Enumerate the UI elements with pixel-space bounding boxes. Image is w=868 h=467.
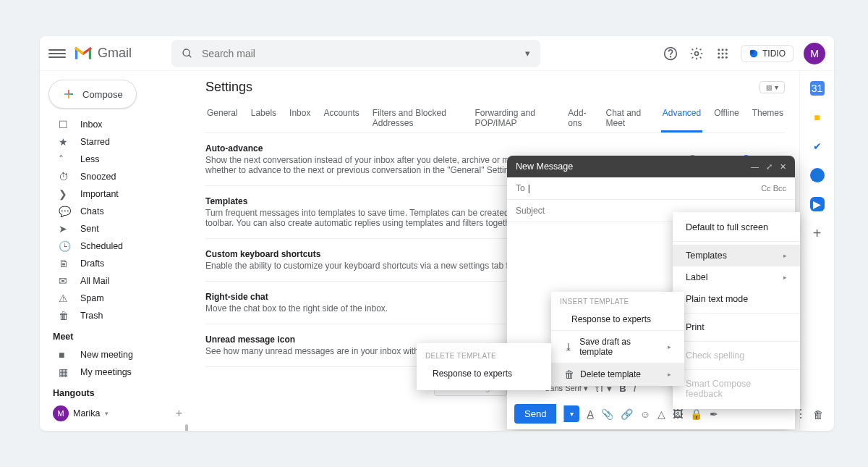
folder-label: All Mail [80, 276, 109, 286]
delete-template-item-label: Response to experts [433, 369, 512, 379]
search-bar[interactable]: ▾ [171, 40, 540, 67]
minimize-icon[interactable]: — [751, 162, 759, 172]
hangouts-user-row[interactable]: M Marika ▾ + [46, 403, 190, 424]
tab-offline[interactable]: Offline [712, 104, 740, 132]
discard-draft-icon[interactable]: 🗑 [813, 408, 824, 421]
add-hangout-icon[interactable]: + [176, 407, 182, 420]
svg-line-1 [189, 55, 191, 57]
meet-item-my-meetings[interactable]: ▦My meetings [46, 363, 190, 381]
svg-point-10 [726, 52, 728, 54]
to-field[interactable]: To | Cc Bcc [507, 177, 795, 200]
folder-icon: 🗎 [59, 258, 70, 269]
video-call-icon[interactable]: ▶ [810, 197, 825, 211]
more-menu-label[interactable]: Label▸ [673, 266, 800, 288]
calendar-icon[interactable]: 31 [810, 81, 825, 96]
tab-advanced[interactable]: Advanced [661, 104, 702, 132]
sidebar-item-scheduled[interactable]: 🕒Scheduled [46, 237, 190, 255]
sidebar-item-important[interactable]: ❯Important [46, 185, 190, 203]
subject-placeholder: Subject [516, 206, 545, 216]
settings-gear-icon[interactable] [689, 46, 705, 62]
save-draft-as-template[interactable]: ⤓ Save draft as template ▸ [551, 331, 684, 363]
more-menu-default-to-full-screen[interactable]: Default to full screen [673, 216, 800, 238]
meet-item-new-meeting[interactable]: ■New meeting [46, 346, 190, 363]
setting-desc: Move the chat box to the right side of t… [205, 303, 388, 314]
tab-inbox[interactable]: Inbox [288, 104, 312, 132]
tab-themes[interactable]: Themes [751, 104, 785, 132]
attach-icon[interactable]: 📎 [601, 408, 613, 420]
tidio-chip[interactable]: TIDIO [741, 45, 793, 62]
fullscreen-icon[interactable]: ⤢ [766, 162, 773, 172]
help-icon[interactable] [663, 46, 678, 62]
compose-header[interactable]: New Message — ⤢ ✕ [507, 156, 795, 177]
close-icon[interactable]: ✕ [780, 162, 786, 172]
folder-label: Sent [80, 224, 99, 234]
sidebar-item-inbox[interactable]: ☐Inbox [46, 116, 190, 133]
more-menu-templates[interactable]: Templates▸ [673, 245, 800, 266]
sidebar-item-starred[interactable]: ★Starred [46, 133, 190, 151]
input-tools-button[interactable]: ▧▾ [760, 81, 785, 93]
send-button[interactable]: Send [514, 404, 556, 424]
add-addon-icon[interactable]: + [810, 226, 825, 240]
scrollbar-thumb[interactable] [185, 424, 188, 431]
search-options-icon[interactable]: ▾ [525, 48, 530, 59]
more-menu-plain-text-mode[interactable]: Plain text mode [673, 288, 800, 310]
tab-filters-and-blocked-addresses[interactable]: Filters and Blocked Addresses [371, 104, 464, 132]
tab-accounts[interactable]: Accounts [322, 104, 360, 132]
folder-icon: ⚠ [59, 293, 70, 304]
folder-icon: 💬 [59, 206, 70, 217]
drive-icon[interactable]: △ [658, 408, 665, 420]
gmail-logo[interactable]: Gmail [73, 46, 132, 61]
folder-icon: ˄ [59, 153, 70, 165]
meet-icon: ■ [59, 349, 70, 361]
tasks-icon[interactable]: ✔ [810, 139, 825, 153]
tab-labels[interactable]: Labels [250, 104, 278, 132]
folder-icon: ✉ [59, 275, 70, 287]
sidebar-item-trash[interactable]: 🗑Trash [46, 307, 190, 324]
sidebar-item-spam[interactable]: ⚠Spam [46, 290, 190, 307]
contacts-icon[interactable]: 👤 [810, 168, 825, 182]
svg-point-9 [722, 52, 724, 54]
sidebar-item-sent[interactable]: ➤Sent [46, 220, 190, 237]
compose-label: Compose [82, 89, 123, 100]
apps-grid-icon[interactable] [715, 46, 731, 62]
meet-heading: Meet [46, 324, 190, 346]
tab-chat-and-meet[interactable]: Chat and Meet [605, 104, 651, 132]
avatar-initial: M [810, 48, 819, 59]
signature-icon[interactable]: ✒ [710, 408, 718, 420]
search-input[interactable] [202, 48, 525, 59]
hangouts-avatar: M [53, 405, 69, 421]
insert-image-icon[interactable]: 🖼 [673, 408, 683, 420]
app-name: Gmail [98, 46, 132, 61]
folder-label: Starred [80, 137, 110, 147]
compose-button[interactable]: Compose [48, 80, 137, 109]
send-options-button[interactable]: ▾ [563, 405, 579, 422]
sidebar: Compose ☐Inbox★Starred˄Less⏱Snoozed❯Impo… [40, 71, 195, 431]
more-menu-label: Templates [686, 251, 727, 261]
main-menu-icon[interactable] [48, 45, 66, 62]
folder-label: Chats [80, 206, 104, 216]
template-item-response[interactable]: Response to experts [551, 308, 684, 330]
link-icon[interactable]: 🔗 [621, 408, 633, 420]
more-menu-print[interactable]: Print [673, 316, 800, 338]
tab-add-ons[interactable]: Add-ons [566, 104, 594, 132]
tab-forwarding-and-pop-imap[interactable]: Forwarding and POP/IMAP [473, 104, 556, 132]
keep-icon[interactable]: ■ [810, 110, 825, 125]
sidebar-item-chats[interactable]: 💬Chats [46, 203, 190, 220]
sidebar-item-less[interactable]: ˄Less [46, 151, 190, 168]
tab-general[interactable]: General [205, 104, 239, 132]
sidebar-item-all-mail[interactable]: ✉All Mail [46, 272, 190, 290]
text-format-icon[interactable]: A [587, 408, 593, 420]
delete-template-item[interactable]: Response to experts [417, 363, 551, 384]
confidential-icon[interactable]: 🔒 [690, 408, 702, 420]
account-avatar[interactable]: M [804, 43, 825, 64]
sidebar-item-drafts[interactable]: 🗎Drafts [46, 255, 190, 272]
no-chats-label: No recent chats [90, 430, 146, 431]
folder-icon: ⏱ [59, 171, 70, 182]
sidebar-item-snoozed[interactable]: ⏱Snoozed [46, 168, 190, 185]
svg-point-6 [722, 49, 724, 51]
cc-bcc-link[interactable]: Cc Bcc [761, 184, 786, 193]
emoji-icon[interactable]: ☺ [640, 408, 650, 420]
folder-label: Scheduled [80, 241, 123, 251]
delete-template[interactable]: 🗑 Delete template ▸ [551, 363, 684, 386]
folder-icon: 🗑 [59, 310, 70, 321]
